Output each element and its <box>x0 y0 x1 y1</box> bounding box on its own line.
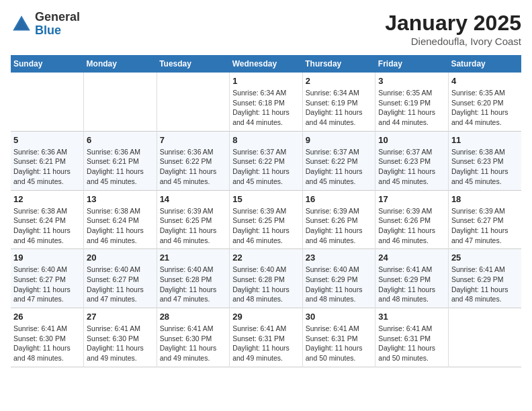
logo: General Blue <box>11 11 80 38</box>
page-header: General Blue January 2025 Dienedoufla, I… <box>11 11 521 47</box>
day-number: 6 <box>87 135 154 145</box>
calendar-cell: 5Sunrise: 6:36 AM Sunset: 6:21 PM Daylig… <box>11 131 84 190</box>
weekday-header-wednesday: Wednesday <box>230 55 303 73</box>
logo-icon <box>11 13 32 35</box>
day-info: Sunrise: 6:41 AM Sunset: 6:30 PM Dayligh… <box>13 324 81 363</box>
day-info: Sunrise: 6:41 AM Sunset: 6:30 PM Dayligh… <box>160 324 227 363</box>
calendar-cell: 15Sunrise: 6:39 AM Sunset: 6:25 PM Dayli… <box>230 190 303 249</box>
calendar-cell: 6Sunrise: 6:36 AM Sunset: 6:21 PM Daylig… <box>84 131 157 190</box>
calendar-cell <box>84 73 157 131</box>
day-info: Sunrise: 6:37 AM Sunset: 6:22 PM Dayligh… <box>232 147 300 187</box>
calendar-table: SundayMondayTuesdayWednesdayThursdayFrid… <box>11 55 521 367</box>
day-info: Sunrise: 6:41 AM Sunset: 6:31 PM Dayligh… <box>306 324 373 363</box>
day-number: 28 <box>160 312 227 322</box>
weekday-header-friday: Friday <box>375 55 449 73</box>
day-number: 30 <box>306 312 373 322</box>
calendar-cell: 8Sunrise: 6:37 AM Sunset: 6:22 PM Daylig… <box>230 131 303 190</box>
day-info: Sunrise: 6:37 AM Sunset: 6:23 PM Dayligh… <box>378 147 445 187</box>
day-number: 26 <box>13 312 81 322</box>
calendar-cell: 26Sunrise: 6:41 AM Sunset: 6:30 PM Dayli… <box>11 308 84 367</box>
calendar-cell: 11Sunrise: 6:38 AM Sunset: 6:23 PM Dayli… <box>448 131 521 190</box>
calendar-cell: 16Sunrise: 6:39 AM Sunset: 6:26 PM Dayli… <box>302 190 375 249</box>
day-number: 1 <box>232 76 300 86</box>
day-number: 16 <box>306 194 373 204</box>
day-number: 29 <box>232 312 300 322</box>
day-info: Sunrise: 6:37 AM Sunset: 6:22 PM Dayligh… <box>306 147 373 187</box>
page-subtitle: Dienedoufla, Ivory Coast <box>385 36 521 47</box>
day-info: Sunrise: 6:40 AM Sunset: 6:28 PM Dayligh… <box>160 265 227 304</box>
day-info: Sunrise: 6:41 AM Sunset: 6:30 PM Dayligh… <box>87 324 154 363</box>
day-number: 25 <box>451 253 519 263</box>
calendar-cell <box>11 73 84 131</box>
day-number: 15 <box>232 194 300 204</box>
calendar-cell: 17Sunrise: 6:39 AM Sunset: 6:26 PM Dayli… <box>375 190 449 249</box>
day-number: 3 <box>378 76 445 86</box>
calendar-cell: 30Sunrise: 6:41 AM Sunset: 6:31 PM Dayli… <box>302 308 375 367</box>
calendar-cell: 29Sunrise: 6:41 AM Sunset: 6:31 PM Dayli… <box>230 308 303 367</box>
calendar-cell: 2Sunrise: 6:34 AM Sunset: 6:19 PM Daylig… <box>302 73 375 131</box>
calendar-cell: 27Sunrise: 6:41 AM Sunset: 6:30 PM Dayli… <box>84 308 157 367</box>
day-info: Sunrise: 6:36 AM Sunset: 6:21 PM Dayligh… <box>87 147 154 187</box>
calendar-cell: 7Sunrise: 6:36 AM Sunset: 6:22 PM Daylig… <box>157 131 230 190</box>
day-number: 11 <box>451 135 519 145</box>
day-info: Sunrise: 6:34 AM Sunset: 6:19 PM Dayligh… <box>306 88 373 128</box>
day-number: 17 <box>378 194 445 204</box>
day-info: Sunrise: 6:39 AM Sunset: 6:26 PM Dayligh… <box>378 206 445 246</box>
day-number: 20 <box>87 253 154 263</box>
day-info: Sunrise: 6:38 AM Sunset: 6:24 PM Dayligh… <box>87 206 154 246</box>
day-number: 10 <box>378 135 445 145</box>
day-info: Sunrise: 6:41 AM Sunset: 6:29 PM Dayligh… <box>378 265 445 304</box>
weekday-header-sunday: Sunday <box>11 55 84 73</box>
day-info: Sunrise: 6:41 AM Sunset: 6:31 PM Dayligh… <box>378 324 445 363</box>
calendar-week-row: 12Sunrise: 6:38 AM Sunset: 6:24 PM Dayli… <box>11 190 521 249</box>
calendar-cell: 14Sunrise: 6:39 AM Sunset: 6:25 PM Dayli… <box>157 190 230 249</box>
calendar-week-row: 19Sunrise: 6:40 AM Sunset: 6:27 PM Dayli… <box>11 249 521 308</box>
day-info: Sunrise: 6:36 AM Sunset: 6:22 PM Dayligh… <box>160 147 227 187</box>
day-info: Sunrise: 6:39 AM Sunset: 6:25 PM Dayligh… <box>232 206 300 246</box>
logo-text: General Blue <box>35 11 80 38</box>
calendar-header-row: SundayMondayTuesdayWednesdayThursdayFrid… <box>11 55 521 73</box>
calendar-week-row: 26Sunrise: 6:41 AM Sunset: 6:30 PM Dayli… <box>11 308 521 367</box>
day-info: Sunrise: 6:39 AM Sunset: 6:25 PM Dayligh… <box>160 206 227 246</box>
calendar-cell: 20Sunrise: 6:40 AM Sunset: 6:27 PM Dayli… <box>84 249 157 308</box>
day-info: Sunrise: 6:36 AM Sunset: 6:21 PM Dayligh… <box>13 147 81 187</box>
day-info: Sunrise: 6:35 AM Sunset: 6:19 PM Dayligh… <box>378 88 445 128</box>
calendar-cell: 24Sunrise: 6:41 AM Sunset: 6:29 PM Dayli… <box>375 249 449 308</box>
day-number: 8 <box>232 135 300 145</box>
day-number: 24 <box>378 253 445 263</box>
weekday-header-tuesday: Tuesday <box>157 55 230 73</box>
day-number: 21 <box>160 253 227 263</box>
day-info: Sunrise: 6:40 AM Sunset: 6:27 PM Dayligh… <box>13 265 81 304</box>
logo-general: General <box>35 10 80 24</box>
day-number: 31 <box>378 312 445 322</box>
calendar-cell: 13Sunrise: 6:38 AM Sunset: 6:24 PM Dayli… <box>84 190 157 249</box>
weekday-header-saturday: Saturday <box>448 55 521 73</box>
calendar-cell: 23Sunrise: 6:40 AM Sunset: 6:29 PM Dayli… <box>302 249 375 308</box>
day-number: 9 <box>306 135 373 145</box>
weekday-header-thursday: Thursday <box>302 55 375 73</box>
calendar-cell <box>157 73 230 131</box>
day-number: 5 <box>13 135 81 145</box>
title-block: January 2025 Dienedoufla, Ivory Coast <box>385 11 521 47</box>
calendar-cell: 18Sunrise: 6:39 AM Sunset: 6:27 PM Dayli… <box>448 190 521 249</box>
logo-blue: Blue <box>35 24 61 37</box>
day-number: 2 <box>306 76 373 86</box>
page-title: January 2025 <box>385 11 521 36</box>
calendar-cell: 22Sunrise: 6:40 AM Sunset: 6:28 PM Dayli… <box>230 249 303 308</box>
day-info: Sunrise: 6:39 AM Sunset: 6:27 PM Dayligh… <box>451 206 519 246</box>
calendar-cell <box>448 308 521 367</box>
day-info: Sunrise: 6:35 AM Sunset: 6:20 PM Dayligh… <box>451 88 519 128</box>
day-info: Sunrise: 6:38 AM Sunset: 6:24 PM Dayligh… <box>13 206 81 246</box>
day-number: 7 <box>160 135 227 145</box>
day-number: 23 <box>306 253 373 263</box>
day-info: Sunrise: 6:40 AM Sunset: 6:28 PM Dayligh… <box>232 265 300 304</box>
day-info: Sunrise: 6:39 AM Sunset: 6:26 PM Dayligh… <box>306 206 373 246</box>
day-info: Sunrise: 6:41 AM Sunset: 6:29 PM Dayligh… <box>451 265 519 304</box>
calendar-cell: 28Sunrise: 6:41 AM Sunset: 6:30 PM Dayli… <box>157 308 230 367</box>
calendar-cell: 1Sunrise: 6:34 AM Sunset: 6:18 PM Daylig… <box>230 73 303 131</box>
calendar-week-row: 5Sunrise: 6:36 AM Sunset: 6:21 PM Daylig… <box>11 131 521 190</box>
calendar-cell: 25Sunrise: 6:41 AM Sunset: 6:29 PM Dayli… <box>448 249 521 308</box>
day-number: 14 <box>160 194 227 204</box>
weekday-header-monday: Monday <box>84 55 157 73</box>
day-info: Sunrise: 6:34 AM Sunset: 6:18 PM Dayligh… <box>232 88 300 128</box>
